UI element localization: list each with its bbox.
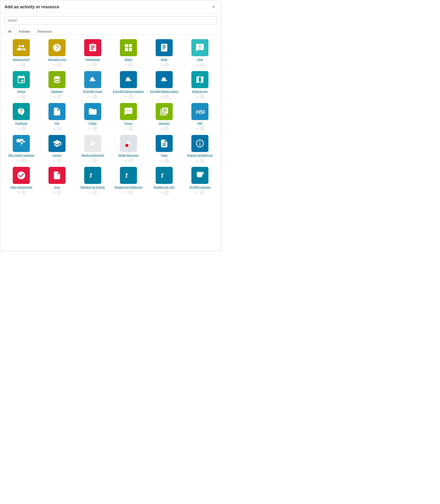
assignment-info[interactable]: i bbox=[93, 63, 97, 67]
feedback-star[interactable]: ☆ bbox=[17, 127, 20, 131]
h5p-star[interactable]: ☆ bbox=[196, 127, 199, 131]
reading-list-uk-label[interactable]: Reading list (UK) bbox=[154, 186, 175, 189]
quiz-icon bbox=[48, 167, 66, 184]
reading-list-malaysia-label[interactable]: Reading list (Malaysia) bbox=[114, 186, 142, 189]
page-star[interactable]: ☆ bbox=[160, 158, 163, 163]
scorm-label[interactable]: SCORM package bbox=[189, 186, 210, 189]
glossary-label[interactable]: Glossary bbox=[159, 122, 169, 125]
external-tool-info[interactable]: i bbox=[200, 95, 204, 99]
book-label[interactable]: Book bbox=[161, 58, 167, 61]
echo360-cloud-label[interactable]: Echo360 Cloud bbox=[83, 90, 102, 93]
echo360-analytics-info[interactable]: i bbox=[129, 95, 133, 99]
ims-content-info[interactable]: i bbox=[22, 158, 26, 162]
file-label[interactable]: File bbox=[55, 122, 59, 125]
tab-all[interactable]: All bbox=[4, 28, 15, 35]
reading-list-malaysia-star[interactable]: ☆ bbox=[124, 190, 127, 194]
echo360-cloud-star[interactable]: ☆ bbox=[88, 95, 91, 99]
echo360-library-star[interactable]: ☆ bbox=[160, 95, 163, 99]
peer-assessment-label[interactable]: Peer Assessment bbox=[10, 186, 32, 189]
forum-label[interactable]: Forum bbox=[124, 122, 133, 125]
quiz-info[interactable]: i bbox=[57, 190, 61, 194]
absence-form-info[interactable]: i bbox=[22, 63, 26, 67]
reading-list-malaysia-info[interactable]: i bbox=[129, 190, 133, 194]
board-star[interactable]: ☆ bbox=[124, 63, 127, 67]
allocation-form-label[interactable]: Allocation form bbox=[48, 58, 66, 61]
lesson-label[interactable]: Lesson bbox=[53, 154, 61, 157]
media-assignment-star[interactable]: ☆ bbox=[88, 158, 91, 163]
lesson-star[interactable]: ☆ bbox=[53, 158, 56, 163]
absence-form-label[interactable]: Absence form bbox=[13, 58, 30, 61]
chat-star[interactable]: ☆ bbox=[196, 63, 199, 67]
tab-resources[interactable]: Resources bbox=[34, 28, 55, 35]
book-star[interactable]: ☆ bbox=[160, 63, 163, 67]
ims-content-label[interactable]: IMS content package bbox=[8, 154, 34, 157]
echo360-library-label[interactable]: Echo360 Media Library bbox=[150, 90, 179, 93]
pearson-label[interactable]: Pearson MyMathLab bbox=[187, 154, 213, 157]
echo360-analytics-star[interactable]: ☆ bbox=[124, 95, 127, 99]
media-resource-star[interactable]: ☆ bbox=[124, 158, 127, 163]
assignment-star[interactable]: ☆ bbox=[88, 63, 91, 67]
scorm-star[interactable]: ☆ bbox=[196, 190, 199, 194]
forum-star[interactable]: ☆ bbox=[124, 127, 127, 131]
pearson-info[interactable]: i bbox=[200, 158, 204, 162]
choice-star[interactable]: ☆ bbox=[17, 95, 20, 99]
feedback-label[interactable]: Feedback bbox=[15, 122, 27, 125]
media-assignment-info[interactable]: i bbox=[93, 158, 97, 162]
allocation-form-star[interactable]: ☆ bbox=[53, 63, 56, 67]
assignment-label[interactable]: Assignment bbox=[85, 58, 100, 61]
glossary-info[interactable]: i bbox=[165, 127, 168, 130]
lesson-info[interactable]: i bbox=[57, 158, 61, 162]
echo360-analytics-label[interactable]: Echo360 Media Analytics bbox=[113, 90, 144, 93]
external-tool-star[interactable]: ☆ bbox=[196, 95, 199, 99]
peer-assessment-star[interactable]: ☆ bbox=[17, 190, 20, 194]
chat-label[interactable]: Chat bbox=[197, 58, 203, 61]
folder-label[interactable]: Folder bbox=[89, 122, 97, 125]
ims-content-star[interactable]: ☆ bbox=[17, 158, 20, 163]
board-info[interactable]: i bbox=[129, 63, 133, 67]
pearson-star[interactable]: ☆ bbox=[196, 158, 199, 163]
glossary-star[interactable]: ☆ bbox=[160, 127, 163, 131]
page-label[interactable]: Page bbox=[161, 154, 167, 157]
forum-info[interactable]: i bbox=[129, 127, 133, 130]
page-info[interactable]: i bbox=[165, 158, 168, 162]
folder-info[interactable]: i bbox=[93, 127, 97, 130]
folder-actions: ☆i bbox=[88, 127, 97, 131]
echo360-cloud-info[interactable]: i bbox=[93, 95, 97, 99]
feedback-info[interactable]: i bbox=[22, 127, 26, 130]
quiz-label[interactable]: Quiz bbox=[54, 186, 60, 189]
reading-list-china-info[interactable]: i bbox=[93, 190, 97, 194]
reading-list-uk-star[interactable]: ☆ bbox=[160, 190, 163, 194]
reading-list-china-star[interactable]: ☆ bbox=[88, 190, 91, 194]
close-button[interactable]: × bbox=[211, 4, 217, 10]
database-label[interactable]: Database bbox=[51, 90, 63, 93]
database-star[interactable]: ☆ bbox=[53, 95, 56, 99]
scorm-info[interactable]: i bbox=[200, 190, 204, 194]
file-star[interactable]: ☆ bbox=[53, 127, 56, 131]
echo360-analytics-actions: ☆i bbox=[124, 95, 133, 99]
database-info[interactable]: i bbox=[57, 95, 61, 99]
quiz-star[interactable]: ☆ bbox=[53, 190, 56, 194]
h5p-label[interactable]: H5P bbox=[197, 122, 203, 125]
board-label[interactable]: Board bbox=[125, 58, 132, 61]
items-grid: Absence form☆iAllocation form☆iAssignmen… bbox=[4, 39, 217, 194]
reading-list-china-label[interactable]: Reading list (China) bbox=[81, 186, 105, 189]
chat-info[interactable]: i bbox=[200, 63, 204, 67]
book-info[interactable]: i bbox=[165, 63, 168, 67]
allocation-form-info[interactable]: i bbox=[57, 63, 61, 67]
media-resource-info[interactable]: i bbox=[129, 158, 133, 162]
absence-form-star[interactable]: ☆ bbox=[17, 63, 20, 67]
list-item: Lesson☆i bbox=[40, 135, 74, 163]
reading-list-uk-info[interactable]: i bbox=[165, 190, 168, 194]
tab-activities[interactable]: Activities bbox=[15, 28, 34, 35]
h5p-info[interactable]: i bbox=[200, 127, 204, 130]
peer-assessment-info[interactable]: i bbox=[22, 190, 26, 194]
file-info[interactable]: i bbox=[57, 127, 61, 130]
echo360-library-info[interactable]: i bbox=[165, 95, 168, 99]
folder-star[interactable]: ☆ bbox=[88, 127, 91, 131]
choice-label[interactable]: Choice bbox=[17, 90, 26, 93]
media-resource-label[interactable]: Media Resource bbox=[118, 154, 139, 157]
choice-info[interactable]: i bbox=[22, 95, 26, 99]
search-input[interactable] bbox=[4, 16, 217, 25]
external-tool-label[interactable]: External tool bbox=[192, 90, 207, 93]
media-assignment-label[interactable]: Media Assignment bbox=[82, 154, 104, 157]
